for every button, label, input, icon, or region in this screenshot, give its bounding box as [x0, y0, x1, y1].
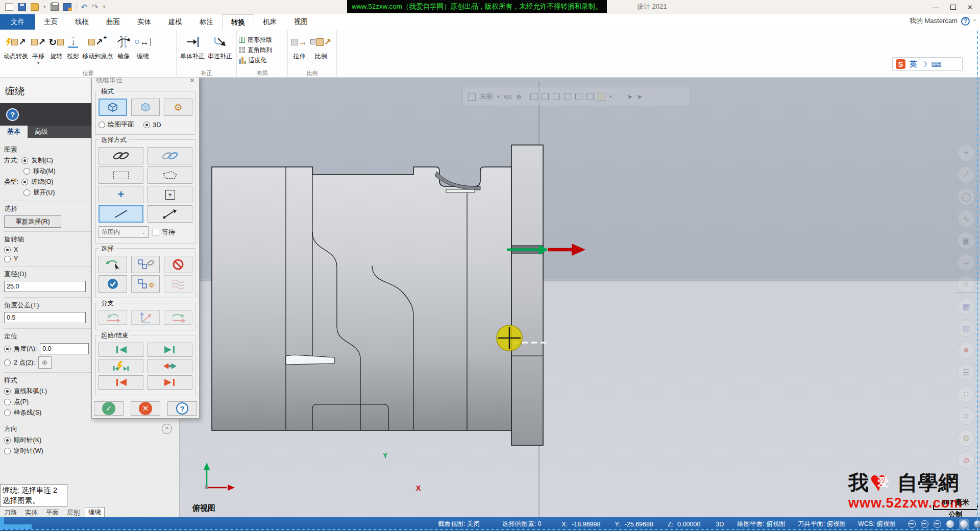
- translate-dropdown-icon[interactable]: ▾: [37, 61, 39, 65]
- cplane-status[interactable]: 绘图平面: 俯视图: [737, 520, 785, 528]
- range-dropdown[interactable]: 范围内 ⌄: [99, 226, 149, 238]
- chain-start-button[interactable]: [99, 343, 143, 357]
- tab-file[interactable]: 文件: [0, 14, 35, 30]
- save-as-icon[interactable]: [63, 3, 71, 11]
- pick-point-icon[interactable]: ⊕: [38, 356, 52, 369]
- radio-move-label[interactable]: 移动(M): [33, 167, 56, 176]
- section-view-status[interactable]: 截面视图: 关闭: [438, 520, 480, 528]
- levels-icon[interactable]: ≡: [958, 407, 975, 425]
- circle-icon[interactable]: ◯: [958, 188, 975, 205]
- tab-wrap-panel[interactable]: 缠绕: [85, 507, 105, 518]
- mode-solid-button[interactable]: [131, 99, 160, 116]
- tab-toolpaths[interactable]: 刀路: [1, 508, 20, 518]
- chain-end-button[interactable]: [148, 343, 192, 357]
- radio-counterclockwise-label[interactable]: 逆时针(W): [14, 447, 43, 455]
- my-mastercam[interactable]: 我的 Mastercam ? ^: [910, 16, 976, 26]
- help-icon[interactable]: ?: [961, 17, 970, 26]
- angle-input[interactable]: [40, 343, 89, 354]
- offset-entity-button[interactable]: 单体补正: [179, 31, 206, 69]
- window-options-button[interactable]: ⚙: [131, 275, 160, 293]
- minimize-icon[interactable]: —: [933, 4, 939, 11]
- wrap-button[interactable]: ○↔| 缠绕: [133, 31, 153, 69]
- branch-next-button[interactable]: [164, 310, 192, 325]
- material-icon[interactable]: ■: [958, 342, 975, 359]
- gnomon-toggle-icon[interactable]: [908, 520, 916, 528]
- open-dropdown-icon[interactable]: ▾: [43, 5, 46, 9]
- ok-selection-button[interactable]: [99, 275, 127, 293]
- radio-point[interactable]: [4, 399, 11, 405]
- nesting-button[interactable]: 图形排版: [239, 36, 285, 44]
- radio-point-label[interactable]: 点(P): [14, 398, 29, 406]
- selection-dropdown-icon[interactable]: ▾: [609, 94, 612, 99]
- moon-icon[interactable]: ☽: [921, 60, 927, 68]
- radio-wrap[interactable]: [21, 179, 28, 185]
- tab-transform[interactable]: 转换: [222, 14, 254, 30]
- tool-plane-status[interactable]: 刀具平面: 俯视图: [798, 520, 846, 528]
- tab-model-prep[interactable]: 建模: [160, 14, 191, 30]
- eraser-icon[interactable]: ◊: [958, 276, 975, 293]
- tab-view[interactable]: 视图: [285, 14, 316, 30]
- rect-array-button[interactable]: 直角阵列: [239, 46, 285, 55]
- tab-solids-manager[interactable]: 实体: [22, 508, 41, 518]
- autocursor-dropdown-icon[interactable]: ▾: [497, 94, 500, 99]
- vector-button[interactable]: [148, 205, 192, 223]
- radio-angle-label[interactable]: 角度(A):: [14, 345, 37, 353]
- open-file-icon[interactable]: [31, 3, 39, 11]
- qat-customize-icon[interactable]: ▾: [103, 5, 106, 9]
- pan-icon[interactable]: +: [958, 144, 975, 161]
- radio-spline-label[interactable]: 样条线(S): [14, 408, 41, 417]
- radio-axis-y-label[interactable]: Y: [14, 255, 18, 262]
- window-select-button[interactable]: [99, 166, 143, 184]
- unselect-last-button[interactable]: [99, 256, 127, 273]
- verify-cursor-icon[interactable]: ➤: [627, 93, 632, 101]
- origin-target-icon[interactable]: ⊕: [516, 93, 522, 101]
- branch-previous-button[interactable]: [99, 310, 127, 325]
- viewport-canvas[interactable]: [180, 78, 980, 517]
- offset-chain-button[interactable]: 串连补正: [206, 31, 234, 69]
- save-icon[interactable]: [18, 3, 26, 11]
- radio-axis-x-label[interactable]: X: [14, 246, 18, 253]
- radio-copy-label[interactable]: 复制(C): [31, 156, 53, 165]
- graphics-viewport[interactable]: [180, 78, 980, 517]
- tab-advanced[interactable]: 高级: [28, 126, 55, 138]
- mode-options-button[interactable]: ⚙: [164, 99, 192, 116]
- cplane-radio[interactable]: 绘图平面: [99, 120, 134, 129]
- keyboard-icon[interactable]: ⌨: [932, 60, 942, 68]
- radio-move[interactable]: [23, 168, 30, 175]
- radio-wrap-label[interactable]: 缠绕(O): [31, 178, 53, 186]
- shaded-cube-icon[interactable]: ▧: [958, 320, 975, 337]
- tab-solids[interactable]: 实体: [129, 14, 160, 30]
- new-file-icon[interactable]: [5, 3, 13, 11]
- rotate-button[interactable]: ↻ 旋转: [47, 31, 65, 69]
- scale-fit-button[interactable]: 适度化: [239, 56, 285, 65]
- part-body[interactable]: [212, 167, 511, 430]
- select-window-icon[interactable]: [542, 93, 549, 100]
- radio-unwrap[interactable]: [23, 189, 30, 196]
- radio-two-points[interactable]: [4, 359, 11, 366]
- diameter-input[interactable]: [4, 281, 86, 292]
- end-selection-button[interactable]: [164, 256, 192, 273]
- ok-button[interactable]: ✓: [94, 401, 124, 416]
- reselect-button[interactable]: 重新选择(R): [4, 215, 61, 228]
- plane-toggle-icon[interactable]: [934, 520, 941, 528]
- tab-surfaces[interactable]: 曲面: [97, 14, 129, 30]
- xyz-entry[interactable]: xyz: [504, 93, 512, 100]
- flowline-button[interactable]: [164, 275, 192, 293]
- viewport-overlay-toolbar[interactable]: 光标 ▾ xyz ⊕ ▾ ➤ ➤: [462, 87, 690, 106]
- chain-button[interactable]: [99, 147, 143, 164]
- wcs-status[interactable]: WCS: 俯视图: [858, 520, 896, 528]
- redo-icon[interactable]: ↷: [92, 3, 99, 11]
- tab-levels[interactable]: 层别: [64, 508, 83, 518]
- window-chain-button[interactable]: [131, 256, 160, 273]
- cancel-button[interactable]: ✕: [131, 401, 160, 416]
- partial-chain-button[interactable]: [148, 147, 192, 164]
- radio-axis-x[interactable]: [4, 247, 11, 253]
- ribbon-collapse-icon[interactable]: ^: [973, 18, 976, 24]
- radio-angle[interactable]: [4, 346, 11, 352]
- shorten-start-button[interactable]: [99, 375, 143, 390]
- single-line-button[interactable]: [99, 205, 143, 223]
- input-method-bar[interactable]: S 英 ☽ ⌨: [892, 57, 963, 71]
- mode-wireframe-button[interactable]: [99, 99, 127, 116]
- radio-line-arc[interactable]: [4, 388, 11, 395]
- dynamic-start-end-button[interactable]: [99, 359, 143, 373]
